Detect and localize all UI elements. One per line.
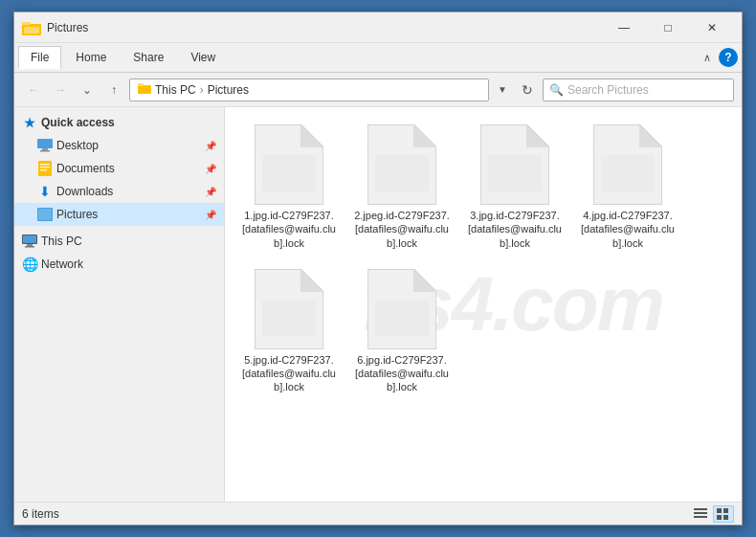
- file-name: 4.jpg.id-C279F237.[datafiles@waifu.club]…: [579, 209, 677, 250]
- svg-rect-5: [37, 139, 53, 148]
- tab-share[interactable]: Share: [121, 46, 176, 69]
- sidebar-item-quick-access[interactable]: ★ Quick access: [14, 111, 224, 134]
- file-icon: [367, 269, 436, 349]
- up-button[interactable]: ↑: [102, 78, 125, 101]
- file-icon: [255, 269, 323, 349]
- minimize-button[interactable]: —: [602, 12, 646, 43]
- search-box[interactable]: 🔍 Search Pictures: [543, 78, 734, 101]
- maximize-button[interactable]: □: [646, 12, 690, 43]
- svg-rect-23: [375, 155, 429, 191]
- address-dropdown-button[interactable]: ▼: [493, 78, 512, 101]
- svg-marker-31: [300, 269, 323, 292]
- explorer-window: Pictures — □ ✕ File Home Share View ∧ ? …: [13, 11, 743, 526]
- svg-rect-38: [694, 516, 707, 518]
- svg-rect-7: [40, 150, 50, 152]
- file-icon: [255, 124, 323, 205]
- forward-button[interactable]: →: [49, 78, 72, 101]
- svg-marker-22: [413, 124, 436, 147]
- svg-rect-35: [375, 300, 429, 336]
- desktop-icon: [37, 138, 53, 153]
- search-icon: 🔍: [549, 83, 564, 97]
- documents-icon: [37, 161, 53, 176]
- list-view-button[interactable]: [690, 505, 711, 523]
- file-item[interactable]: 1.jpg.id-C279F237.[datafiles@waifu.club]…: [236, 119, 342, 256]
- file-grid: 1.jpg.id-C279F237.[datafiles@waifu.club]…: [233, 115, 734, 404]
- svg-rect-1: [22, 22, 31, 25]
- downloads-pin-icon: 📌: [205, 187, 216, 197]
- status-bar: 6 items: [14, 502, 742, 525]
- file-item[interactable]: 5.jpg.id-C279F237.[datafiles@waifu.club]…: [236, 263, 342, 400]
- network-icon: 🌐: [22, 257, 37, 272]
- path-folder-icon: [138, 82, 151, 97]
- downloads-icon: ⬇: [37, 184, 53, 199]
- recent-locations-button[interactable]: ⌄: [76, 78, 99, 101]
- file-icon: [480, 124, 549, 205]
- file-name: 6.jpg.id-C279F237.[datafiles@waifu.club]…: [353, 353, 451, 394]
- network-label: Network: [41, 257, 83, 271]
- sidebar: ★ Quick access Desktop 📌 Documents 📌: [14, 107, 225, 502]
- pictures-pin-icon: 📌: [205, 210, 216, 220]
- file-name: 5.jpg.id-C279F237.[datafiles@waifu.club]…: [240, 353, 338, 394]
- this-pc-label: This PC: [41, 235, 82, 248]
- svg-rect-15: [23, 235, 36, 243]
- downloads-label: Downloads: [56, 185, 113, 198]
- svg-rect-39: [717, 508, 722, 513]
- close-button[interactable]: ✕: [690, 12, 734, 43]
- file-item[interactable]: 4.jpg.id-C279F237.[datafiles@waifu.club]…: [575, 119, 680, 256]
- svg-rect-17: [25, 246, 34, 248]
- sidebar-item-desktop[interactable]: Desktop 📌: [14, 134, 224, 157]
- sidebar-item-network[interactable]: 🌐 Network: [14, 253, 224, 276]
- svg-rect-37: [694, 512, 707, 514]
- quick-access-icon: ★: [22, 115, 37, 130]
- sidebar-label-quick-access: Quick access: [41, 116, 115, 129]
- file-item[interactable]: 2.jpeg.id-C279F237.[datafiles@waifu.club…: [349, 119, 455, 256]
- path-sep-1: ›: [200, 83, 204, 97]
- svg-rect-36: [694, 508, 707, 510]
- help-button[interactable]: ?: [719, 48, 738, 67]
- file-icon: [367, 124, 436, 205]
- file-name: 2.jpeg.id-C279F237.[datafiles@waifu.club…: [353, 209, 451, 250]
- ribbon-collapse-icon[interactable]: ∧: [700, 50, 715, 66]
- svg-rect-9: [40, 164, 50, 166]
- title-bar-icon: [22, 20, 41, 35]
- refresh-button[interactable]: ↻: [516, 78, 539, 101]
- path-this-pc[interactable]: This PC: [155, 83, 196, 97]
- sidebar-item-downloads[interactable]: ⬇ Downloads 📌: [14, 180, 224, 203]
- svg-marker-19: [300, 124, 323, 147]
- svg-rect-42: [723, 515, 728, 520]
- sidebar-item-documents[interactable]: Documents 📌: [14, 157, 224, 180]
- svg-rect-29: [601, 155, 655, 191]
- back-button[interactable]: ←: [22, 78, 45, 101]
- address-path[interactable]: This PC › Pictures: [129, 78, 489, 101]
- sidebar-item-this-pc[interactable]: This PC: [14, 230, 224, 253]
- items-count: 6 items: [22, 507, 59, 521]
- file-item[interactable]: 3.jpg.id-C279F237.[datafiles@waifu.club]…: [462, 119, 567, 256]
- search-placeholder: Search Pictures: [567, 83, 649, 97]
- tab-home[interactable]: Home: [63, 46, 119, 69]
- title-bar-controls: — □ ✕: [602, 12, 734, 43]
- svg-rect-3: [138, 85, 151, 94]
- this-pc-icon: [22, 234, 37, 249]
- svg-rect-13: [38, 209, 52, 220]
- tab-view[interactable]: View: [178, 46, 228, 69]
- desktop-pin-icon: 📌: [205, 141, 216, 151]
- svg-rect-4: [138, 83, 144, 86]
- path-pictures[interactable]: Pictures: [208, 83, 249, 97]
- file-name: 3.jpg.id-C279F237.[datafiles@waifu.club]…: [466, 209, 564, 250]
- ribbon-right: ∧ ?: [700, 48, 738, 67]
- svg-rect-2: [24, 27, 39, 34]
- title-bar-title: Pictures: [47, 21, 602, 34]
- file-item[interactable]: 6.jpg.id-C279F237.[datafiles@waifu.club]…: [349, 263, 455, 400]
- pictures-label: Pictures: [56, 208, 98, 221]
- file-area: ris4.com 1.jpg.id-C279F237.[datafiles@wa…: [225, 107, 742, 502]
- sidebar-item-pictures[interactable]: Pictures 📌: [14, 203, 224, 226]
- view-icons: [690, 505, 734, 523]
- main-area: ★ Quick access Desktop 📌 Documents 📌: [14, 107, 742, 502]
- tab-file[interactable]: File: [18, 46, 61, 69]
- svg-rect-41: [717, 515, 722, 520]
- svg-marker-34: [413, 269, 436, 292]
- svg-rect-11: [40, 169, 47, 171]
- svg-rect-16: [27, 244, 33, 246]
- large-icons-view-button[interactable]: [713, 505, 734, 523]
- file-icon: [593, 124, 662, 205]
